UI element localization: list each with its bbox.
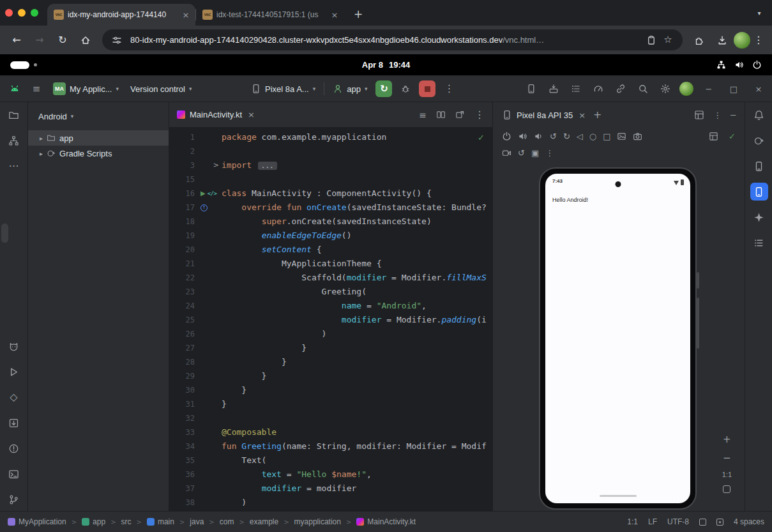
minimize-window-button[interactable] xyxy=(18,9,26,17)
code-editor[interactable]: ✓ 1package com.example.myapplication23>i… xyxy=(169,128,492,511)
line-number[interactable]: 26 xyxy=(169,327,195,341)
rerun-app-button[interactable]: ↻ xyxy=(375,80,392,97)
expand-chevron-icon[interactable]: ▸ xyxy=(40,135,43,142)
inspection-level-icon[interactable] xyxy=(716,519,723,526)
logcat-icon[interactable] xyxy=(8,341,19,352)
cursor-position[interactable]: 1:1 xyxy=(627,517,638,526)
ide-maximize-button[interactable]: □ xyxy=(724,79,743,98)
project-view-selector[interactable]: Android ▾ xyxy=(28,107,169,125)
downloads-icon[interactable] xyxy=(712,30,732,50)
project-tree-item[interactable]: ▸Gradle Scripts xyxy=(28,146,169,161)
profile-avatar[interactable] xyxy=(734,32,750,49)
deploy-check-icon[interactable]: ✓ xyxy=(729,132,736,141)
main-menu-icon[interactable]: ≡ xyxy=(28,80,45,97)
panel-layout-icon[interactable] xyxy=(694,110,704,120)
editor-options-icon[interactable]: ⋮ xyxy=(474,110,485,120)
line-separator[interactable]: LF xyxy=(648,517,657,526)
line-number[interactable]: 16 xyxy=(169,186,195,201)
readonly-icon[interactable] xyxy=(699,519,706,526)
line-number[interactable]: 2 xyxy=(169,144,195,158)
line-number[interactable]: 33 xyxy=(169,425,195,439)
indent-setting[interactable]: 4 spaces xyxy=(734,517,764,526)
debug-button[interactable] xyxy=(397,80,414,97)
device-tab[interactable]: Pixel 8a API 35 × xyxy=(502,110,586,120)
line-number[interactable]: 28 xyxy=(169,355,195,369)
line-number[interactable]: 17 xyxy=(169,201,195,215)
volume-icon[interactable] xyxy=(734,60,744,70)
volume-down-icon[interactable] xyxy=(534,132,543,141)
breadcrumb-item[interactable]: com xyxy=(220,517,234,526)
build-variants-icon[interactable] xyxy=(571,84,581,94)
line-number[interactable]: 27 xyxy=(169,341,195,355)
volume-up-icon[interactable] xyxy=(518,132,527,141)
rotate-right-icon[interactable]: ↻ xyxy=(563,132,570,141)
expand-chevron-icon[interactable]: ▸ xyxy=(40,150,43,157)
browser-menu-icon[interactable]: ⋮ xyxy=(750,35,767,45)
extensions-icon[interactable] xyxy=(689,30,709,50)
forward-button[interactable]: → xyxy=(29,30,50,50)
screen-record-icon[interactable] xyxy=(502,148,511,158)
zoom-window-button[interactable] xyxy=(31,9,38,17)
line-number[interactable]: 38 xyxy=(169,496,195,510)
snapshot-icon[interactable]: ▣ xyxy=(531,149,539,157)
problems-icon[interactable] xyxy=(8,443,19,454)
search-icon[interactable] xyxy=(638,84,648,94)
power-icon[interactable] xyxy=(752,60,762,70)
breadcrumb-item[interactable]: app xyxy=(82,517,105,526)
device-screen[interactable]: 7:43 Hello Android! xyxy=(545,174,690,503)
breadcrumb-item[interactable]: MyApplication xyxy=(8,517,66,526)
sdk-manager-icon[interactable] xyxy=(549,84,559,94)
inspections-ok-icon[interactable]: ✓ xyxy=(478,133,485,142)
line-number[interactable]: 18 xyxy=(169,215,195,229)
zoom-out-button[interactable]: − xyxy=(723,452,731,464)
zoom-in-button[interactable]: + xyxy=(723,434,731,445)
line-number[interactable]: 19 xyxy=(169,229,195,243)
power-icon[interactable] xyxy=(502,132,511,141)
line-number[interactable]: 22 xyxy=(169,271,195,285)
line-number[interactable]: 37 xyxy=(169,482,195,496)
reload-button[interactable]: ↻ xyxy=(52,30,73,50)
build-variants-icon[interactable] xyxy=(753,238,764,248)
line-number[interactable]: 24 xyxy=(169,299,195,313)
project-tree-item[interactable]: ▸app xyxy=(28,130,169,146)
gradle-icon[interactable] xyxy=(753,135,764,146)
version-control-icon[interactable] xyxy=(8,494,19,505)
network-icon[interactable] xyxy=(716,60,726,70)
tab-close-icon[interactable]: × xyxy=(329,9,340,20)
screenshot-icon[interactable] xyxy=(617,132,626,141)
project-widget[interactable]: MA My Applic... ▾ xyxy=(50,79,122,98)
bookmark-star-icon[interactable]: ☆ xyxy=(660,35,676,45)
ide-profile-avatar[interactable] xyxy=(679,82,693,96)
back-button[interactable]: ← xyxy=(6,30,27,50)
tab-close-icon[interactable]: × xyxy=(180,9,192,20)
close-tab-icon[interactable]: × xyxy=(248,110,255,119)
override-marker-icon[interactable]: ↑ xyxy=(201,204,208,211)
layout-inspector-icon[interactable] xyxy=(709,132,718,141)
device-selector[interactable]: Pixel 8a A... ▾ xyxy=(248,79,319,98)
line-number[interactable]: 25 xyxy=(169,313,195,327)
breadcrumb-item[interactable]: MainActivity.kt xyxy=(356,517,416,526)
home-icon[interactable]: ○ xyxy=(589,132,596,141)
detach-editor-icon[interactable] xyxy=(455,110,465,119)
gradle-sync-icon[interactable] xyxy=(616,84,626,94)
line-number[interactable]: 30 xyxy=(169,383,195,397)
breadcrumb-item[interactable]: example xyxy=(250,517,278,526)
app-quality-insights-icon[interactable]: ◇ xyxy=(10,392,17,402)
line-number[interactable]: 3 xyxy=(169,158,195,172)
ide-minimize-button[interactable]: − xyxy=(699,79,718,98)
more-tool-windows-icon[interactable]: ⋯ xyxy=(9,161,19,171)
editor-tab[interactable]: MainActivity.kt × xyxy=(177,110,255,119)
home-button[interactable] xyxy=(75,30,96,50)
more-icon[interactable]: ⋮ xyxy=(545,149,554,157)
copy-link-icon[interactable] xyxy=(643,35,660,45)
compose-preview-icon[interactable]: </> xyxy=(208,186,217,201)
address-bar[interactable]: 80-idx-my-android-app-1744140290428.clus… xyxy=(102,29,683,50)
browser-tab[interactable]: VNCidx-my-android-app-1744140× xyxy=(47,4,195,26)
terminal-icon[interactable] xyxy=(8,469,19,480)
file-encoding[interactable]: UTF-8 xyxy=(667,517,689,526)
zoom-to-fit-button[interactable] xyxy=(723,485,730,493)
line-number[interactable]: 23 xyxy=(169,285,195,299)
breadcrumb-item[interactable]: src xyxy=(121,517,132,526)
run-configuration-selector[interactable]: app ▾ xyxy=(329,79,370,98)
open-tabs-list-icon[interactable]: ≡ xyxy=(419,110,427,119)
